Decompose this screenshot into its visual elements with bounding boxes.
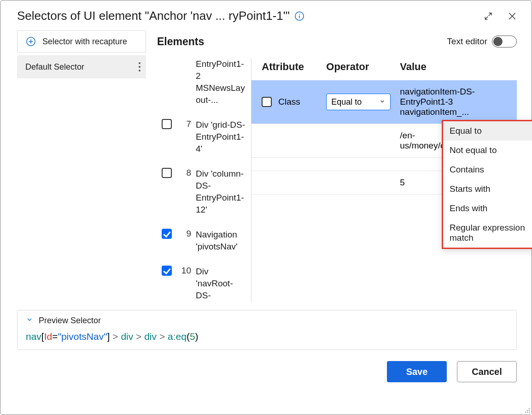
panels: EntryPoint1-2 MSNewsLayout-... 7 Div 'gr… (157, 58, 517, 302)
svg-point-2 (299, 13, 300, 14)
attribute-checkbox[interactable] (262, 97, 272, 107)
text-editor-toggle[interactable] (492, 36, 517, 47)
attribute-header: Attribute Operator Value (251, 58, 517, 80)
cancel-button[interactable]: Cancel (457, 361, 517, 382)
attribute-name: Class (278, 97, 300, 107)
col-value: Value (400, 61, 517, 73)
svg-point-10 (529, 412, 530, 413)
element-index: 10 (180, 266, 191, 276)
element-row[interactable]: 7 Div 'grid-DS-EntryPoint1-4' (157, 113, 251, 161)
dropdown-item[interactable]: Ends with (443, 199, 532, 218)
element-row[interactable]: EntryPoint1-2 MSNewsLayout-... (157, 58, 251, 113)
element-index: 8 (180, 168, 191, 178)
elements-list[interactable]: EntryPoint1-2 MSNewsLayout-... 7 Div 'gr… (157, 58, 251, 302)
element-checkbox[interactable] (162, 168, 172, 178)
attribute-row[interactable]: Class Equal to navigationItem-DS-EntryPo… (251, 80, 517, 124)
attribute-value[interactable]: navigationItem-DS-EntryPoint1-3 navigati… (400, 87, 517, 117)
dropdown-item[interactable]: Contains (443, 160, 532, 179)
dialog-body: Selector with recapture Default Selector… (0, 25, 532, 302)
element-index: 7 (180, 119, 191, 129)
element-row[interactable]: 10 Div 'navRoot-DS-EntryPoint1-1' (157, 259, 251, 302)
elements-title: Elements (157, 36, 204, 48)
preview-label: Preview Selector (39, 316, 101, 326)
preview-selector-panel: Preview Selector nav[Id="pivotsNav"] > d… (17, 310, 517, 350)
element-label: Div 'grid-DS-EntryPoint1-4' (196, 119, 247, 155)
col-attribute: Attribute (262, 61, 326, 73)
dropdown-item[interactable]: Regular expression match (443, 218, 532, 248)
dialog-footer: Save Cancel (0, 350, 532, 382)
main-panel: Elements Text editor EntryPoint1-2 MSNew… (146, 30, 517, 302)
chevron-down-icon (26, 316, 33, 326)
text-editor-label: Text editor (447, 36, 487, 47)
element-checkbox[interactable] (162, 119, 172, 129)
add-selector-label: Selector with recapture (42, 37, 127, 47)
selector-sidebar: Selector with recapture Default Selector (17, 30, 146, 302)
operator-select[interactable]: Equal to (326, 94, 391, 110)
element-label: Navigation 'pivotsNav' (196, 229, 247, 253)
element-checkbox[interactable] (162, 266, 172, 276)
chevron-down-icon (379, 97, 386, 107)
col-operator: Operator (326, 61, 400, 73)
element-index: 9 (180, 229, 191, 239)
dropdown-item[interactable]: Equal to (443, 121, 532, 141)
info-icon[interactable] (294, 11, 304, 21)
svg-point-11 (527, 410, 528, 411)
svg-point-9 (529, 410, 530, 411)
close-icon[interactable] (506, 10, 519, 23)
operator-value: Equal to (331, 97, 362, 107)
resize-handle-icon[interactable] (523, 406, 531, 414)
element-label: Div 'navRoot-DS-EntryPoint1-1' (196, 266, 247, 302)
element-label: Div 'column-DS-EntryPoint1-12' (196, 168, 247, 216)
selector-list-item-label: Default Selector (25, 62, 84, 72)
dropdown-item[interactable]: Not equal to (443, 141, 532, 160)
preview-code: nav[Id="pivotsNav"] > div > div > a:eq(5… (26, 331, 508, 342)
dialog-header: Selectors of UI element "Anchor 'nav ...… (0, 0, 532, 25)
plus-icon (26, 36, 36, 47)
dialog-title: Selectors of UI element "Anchor 'nav ...… (17, 9, 290, 23)
expand-icon[interactable] (482, 10, 495, 23)
svg-point-13 (525, 412, 526, 413)
element-row[interactable]: 9 Navigation 'pivotsNav' (157, 222, 251, 259)
selector-list-item[interactable]: Default Selector (17, 55, 146, 78)
main-header: Elements Text editor (157, 30, 517, 53)
svg-point-12 (527, 412, 528, 413)
save-button[interactable]: Save (387, 361, 447, 382)
operator-dropdown[interactable]: Equal to Not equal to Contains Starts wi… (442, 120, 532, 249)
add-selector-button[interactable]: Selector with recapture (17, 30, 146, 53)
element-row[interactable]: 8 Div 'column-DS-EntryPoint1-12' (157, 161, 251, 222)
element-checkbox[interactable] (162, 229, 172, 239)
dropdown-item[interactable]: Starts with (443, 179, 532, 199)
text-editor-toggle-wrap: Text editor (447, 36, 517, 47)
selector-builder-dialog: Selectors of UI element "Anchor 'nav ...… (0, 0, 532, 415)
preview-toggle[interactable]: Preview Selector (26, 316, 508, 326)
svg-point-8 (529, 408, 530, 409)
more-icon[interactable] (139, 61, 140, 72)
element-label: EntryPoint1-2 MSNewsLayout-... (196, 58, 247, 106)
